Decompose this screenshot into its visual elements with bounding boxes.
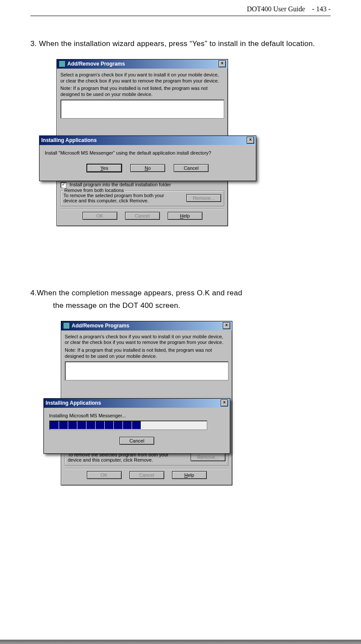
progress-text: Installing Microsoft MS Messenger... <box>49 413 225 419</box>
yes-button[interactable]: Yes <box>87 164 122 172</box>
step-4-text-line2: the message on the DOT 400 screen. <box>30 300 331 312</box>
program-list[interactable] <box>60 99 224 119</box>
close-icon[interactable]: × <box>223 322 230 329</box>
no-button[interactable]: No <box>130 164 165 172</box>
step-4-text-line1: 4.When the completion message appears, p… <box>30 287 331 300</box>
page-number: - 143 - <box>312 5 331 13</box>
help-button[interactable]: Help <box>172 471 207 479</box>
help-button[interactable]: Help <box>168 212 202 220</box>
remove-groupbox: Remove from both locations To remove the… <box>60 191 224 206</box>
window-title: Add/Remove Programs <box>67 61 125 67</box>
page-bottom-bar <box>0 640 361 644</box>
doc-title: DOT400 User Guide <box>247 5 305 13</box>
close-icon[interactable]: × <box>219 60 226 67</box>
cancel-button[interactable]: Cancel <box>125 212 160 220</box>
close-icon[interactable]: × <box>247 137 254 144</box>
groupbox-title: Remove from both locations <box>63 188 125 193</box>
dialog-title: Installing Applications <box>46 400 101 406</box>
close-icon[interactable]: × <box>221 400 228 406</box>
ok-button[interactable]: OK <box>87 471 122 479</box>
dialog-title: Installing Applications <box>41 137 97 143</box>
window-title: Add/Remove Programs <box>72 323 129 329</box>
installing-dialog: Installing Applications × Install "Micro… <box>39 135 256 181</box>
titlebar: Add/Remove Programs × <box>61 321 232 330</box>
titlebar: Installing Applications × <box>44 399 230 408</box>
note-text: Note: If a program that you installed is… <box>60 86 224 98</box>
groupbox-text: To remove the selected program from both… <box>63 193 168 203</box>
figure-1: Add/Remove Programs × Select a program's… <box>43 59 331 265</box>
cancel-button[interactable]: Cancel <box>129 471 164 479</box>
info-text: Select a program's check box if you want… <box>60 72 224 84</box>
progress-bar <box>49 420 207 430</box>
app-icon <box>63 322 70 329</box>
remove-button[interactable]: Remove... <box>191 453 225 461</box>
install-question: Install "Microsoft MS Messenger" using t… <box>45 150 251 156</box>
progress-dialog: Installing Applications × Installing Mic… <box>43 398 230 454</box>
install-default-checkbox-row[interactable]: ✓ Install program into the default insta… <box>60 182 224 188</box>
step-3-text: 3. When the installation wizard appears,… <box>30 38 331 50</box>
remove-button[interactable]: Remove... <box>186 194 221 202</box>
checkbox-label: Install program into the default install… <box>70 182 171 187</box>
note-text: Note: If a program that you installed is… <box>65 347 229 360</box>
cancel-button[interactable]: Cancel <box>174 164 209 172</box>
titlebar: Installing Applications × <box>40 136 256 145</box>
program-list[interactable] <box>65 361 229 380</box>
info-text: Select a program's check box if you want… <box>65 334 229 346</box>
checkbox-icon[interactable]: ✓ <box>60 182 66 188</box>
figure-2: Add/Remove Programs × Select a program's… <box>43 321 331 521</box>
app-icon <box>59 60 66 67</box>
cancel-button[interactable]: Cancel <box>119 437 154 445</box>
titlebar: Add/Remove Programs × <box>57 59 228 69</box>
page-header: DOT400 User Guide - 143 - <box>30 4 331 16</box>
ok-button[interactable]: OK <box>83 212 117 220</box>
